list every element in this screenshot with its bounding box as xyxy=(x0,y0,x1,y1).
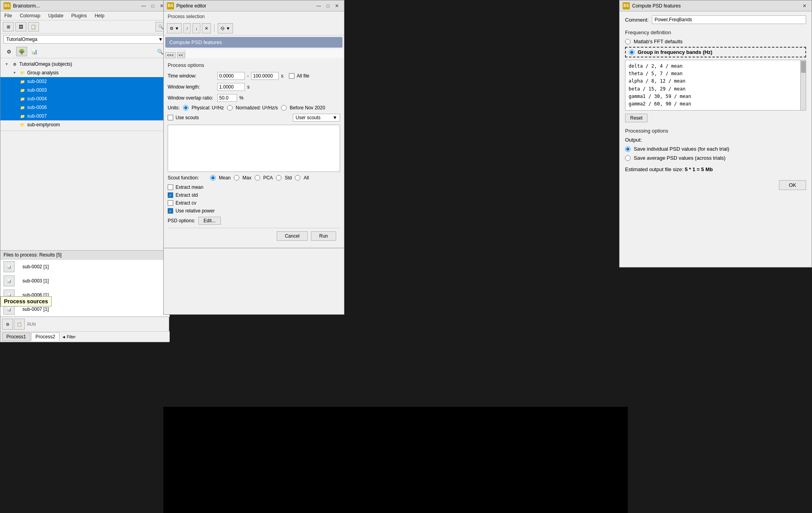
tree-sub-0006[interactable]: 📁 sub-0006 xyxy=(0,103,169,112)
scout-area xyxy=(168,125,340,172)
tree-sub-emptyroom[interactable]: 📁 sub-emptyroom xyxy=(0,120,169,129)
matlab-fft-radio[interactable] xyxy=(625,39,631,44)
brainstorm-maximize[interactable]: □ xyxy=(150,2,156,9)
subject-select[interactable]: TutorialOmega ▼ xyxy=(4,35,166,44)
toolbar-btn-2[interactable]: 🖼 xyxy=(15,22,26,31)
window-overlap-input[interactable] xyxy=(217,94,237,102)
comment-label: Comment: xyxy=(625,17,649,23)
sf-mean-radio[interactable] xyxy=(210,175,216,181)
units-physical-radio[interactable] xyxy=(183,105,189,111)
window-overlap-unit: % xyxy=(239,95,244,101)
tree-group-analysis[interactable]: ▼ 📁 Group analysis xyxy=(0,68,169,77)
tree-sub-0007[interactable]: 📁 sub-0007 xyxy=(0,112,169,120)
proc-branch-btn[interactable]: ⛗ ▼ xyxy=(218,23,233,33)
process-sources-btn[interactable]: ⚙ xyxy=(2,319,13,330)
file-item-0002[interactable]: sub-0002 [1] xyxy=(18,263,54,271)
window-overlap-label: Window overlap ratio: xyxy=(168,95,215,101)
menu-colormap[interactable]: Colormap xyxy=(18,12,42,19)
extract-mean-checkbox[interactable] xyxy=(168,185,173,190)
psd-content: Comment: Frequency definition Matlab's F… xyxy=(620,11,812,176)
sf-std-radio[interactable] xyxy=(276,175,281,181)
save-individual-label: Save individual PSD values (for each tri… xyxy=(634,146,729,152)
pipeline-maximize[interactable]: □ xyxy=(325,2,331,9)
folder-icon-group: 📁 xyxy=(19,70,26,76)
reset-btn[interactable]: Reset xyxy=(625,114,647,122)
units-before-nov-label: Before Nov 2020 xyxy=(290,105,325,111)
ok-btn-row: OK xyxy=(620,176,812,194)
save-individual-radio[interactable] xyxy=(625,146,631,152)
menu-help[interactable]: Help xyxy=(93,12,106,19)
ok-btn[interactable]: OK xyxy=(779,180,806,190)
proc-down-btn[interactable]: ↓ xyxy=(192,23,200,33)
tree-root[interactable]: ▼ ⚙ TutorialOmega (subjects) xyxy=(0,60,169,68)
cancel-btn[interactable]: Cancel xyxy=(277,231,308,241)
process-toolbar: ⚙ ▼ ↑ ↓ ✕ ⛗ ▼ xyxy=(164,22,344,35)
time-start-input[interactable] xyxy=(217,72,245,80)
tab-process2[interactable]: Process2 xyxy=(31,332,59,341)
file-item-0007[interactable]: sub-0007 [1] xyxy=(18,305,54,313)
group-freq-radio[interactable] xyxy=(629,50,634,55)
tree-sub-0003[interactable]: 📁 sub-0003 xyxy=(0,86,169,94)
sf-max-radio[interactable] xyxy=(234,175,239,181)
units-normalized-label: Normalized: U²/Hz/s xyxy=(236,105,278,111)
all-file-checkbox[interactable] xyxy=(289,73,294,79)
comment-input[interactable] xyxy=(652,15,806,24)
toolbar-btn-1[interactable]: ⊞ xyxy=(3,22,14,31)
sidebar-icons: ⚙ 🌳 📊 🔍 xyxy=(0,45,169,58)
psd-options-label: PSD options: xyxy=(168,218,195,223)
extract-cv-checkbox[interactable] xyxy=(168,200,173,206)
scout-function-row: Scout function: Mean Max PCA Std All xyxy=(168,175,340,181)
freq-bands-scrollbar[interactable] xyxy=(800,60,806,110)
menu-file[interactable]: File xyxy=(3,12,13,19)
filter-arrow[interactable]: ◄ Filter xyxy=(60,334,77,340)
folder-icon-emptyroom: 📁 xyxy=(19,122,26,128)
view-prev-prev[interactable]: <<< xyxy=(165,52,176,58)
window-length-input[interactable] xyxy=(217,83,245,91)
run-btn[interactable]: Run xyxy=(311,231,336,241)
proc-up-btn[interactable]: ↑ xyxy=(183,23,191,33)
folder-icon-0002: 📁 xyxy=(19,78,26,85)
extract-std-checkbox[interactable] xyxy=(168,192,173,198)
psd-titlebar: BS Compute PSD features ✕ xyxy=(620,0,812,11)
units-before-nov-radio[interactable] xyxy=(281,105,287,111)
pipeline-close[interactable]: ✕ xyxy=(333,2,341,9)
save-average-radio[interactable] xyxy=(625,155,631,161)
tab-process1[interactable]: Process1 xyxy=(2,332,30,341)
time-unit: s xyxy=(281,73,283,79)
file-item-0003[interactable]: sub-0003 [1] xyxy=(18,277,54,285)
proc-settings-btn[interactable]: ⚙ ▼ xyxy=(167,23,182,33)
psd-close[interactable]: ✕ xyxy=(801,2,808,9)
sidebar-icon-tree[interactable]: 🌳 xyxy=(16,47,27,56)
toolbar-btn-3[interactable]: 📋 xyxy=(28,22,39,31)
bottom-icon-1[interactable]: 📊 xyxy=(4,261,15,272)
tree-sub-0002[interactable]: 📁 sub-0002 xyxy=(0,77,169,86)
psd-edit-btn[interactable]: Edit... xyxy=(198,217,221,225)
extract-options: Extract mean Extract std Extract cv Use … xyxy=(168,185,340,214)
use-scouts-checkbox[interactable] xyxy=(168,115,173,120)
sidebar-icon-subjects[interactable]: ⚙ xyxy=(4,47,15,56)
units-physical-label: Physical: U²/Hz xyxy=(192,105,224,111)
proc-delete-btn[interactable]: ✕ xyxy=(202,23,211,33)
sidebar-icon-display[interactable]: 📊 xyxy=(29,47,40,56)
menu-plugins[interactable]: Plugins xyxy=(70,12,88,19)
process-icon-2[interactable]: 📋 xyxy=(14,319,25,330)
compute-psd-item[interactable]: Compute PSD features xyxy=(165,37,342,48)
folder-icon-0006: 📁 xyxy=(19,104,26,111)
tree-sub-0004[interactable]: 📁 sub-0004 xyxy=(0,94,169,103)
extract-std-row: Extract std xyxy=(168,192,340,198)
menu-update[interactable]: Update xyxy=(46,12,65,19)
sf-all-radio[interactable] xyxy=(295,175,300,181)
time-end-input[interactable] xyxy=(251,72,279,80)
brainstorm-minimize[interactable]: — xyxy=(139,2,148,9)
file-size-value: 5 * 1 = 5 Mb xyxy=(685,166,713,172)
user-scouts-label: User scouts xyxy=(296,115,320,120)
view-prev[interactable]: << xyxy=(177,52,185,58)
sf-pca-radio[interactable] xyxy=(255,175,260,181)
bottom-icon-2[interactable]: 📊 xyxy=(4,275,15,286)
units-normalized-radio[interactable] xyxy=(227,105,233,111)
use-relative-power-checkbox[interactable] xyxy=(168,208,173,214)
pipeline-minimize[interactable]: — xyxy=(314,2,323,9)
user-scouts-dropdown[interactable]: User scouts ▼ xyxy=(293,114,340,122)
brainstorm-window: BS Brainstorm... — □ ✕ File Colormap Upd… xyxy=(0,0,169,342)
save-individual-option: Save individual PSD values (for each tri… xyxy=(625,146,806,152)
